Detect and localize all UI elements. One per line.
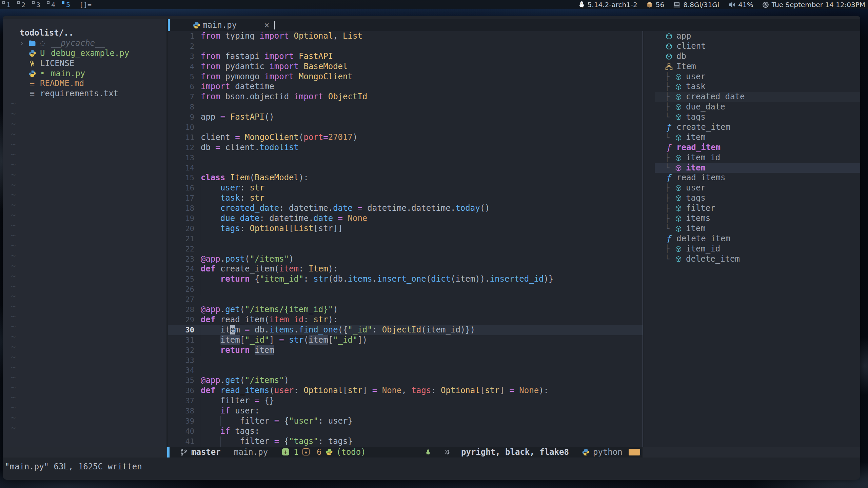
code-line-5[interactable]: 5from pymongo import MongoClient xyxy=(168,72,643,82)
statusline-editor-segment: master main.py + 1 ▪ 6 (todo) pyright, b… xyxy=(167,447,643,458)
symbol-label: task xyxy=(686,82,706,92)
code-line-22[interactable]: 22 xyxy=(168,244,643,254)
symbol-items[interactable]: ├items xyxy=(655,214,860,224)
code-line-37[interactable]: 37 filter = {} xyxy=(168,396,643,406)
workspace-state-icon xyxy=(2,1,5,4)
code-line-1[interactable]: 1from typing import Optional, List xyxy=(168,31,643,41)
symbol-item[interactable]: └item xyxy=(655,133,860,143)
symbol-due_date[interactable]: ├due_date xyxy=(655,102,860,112)
line-number: 5 xyxy=(168,72,194,82)
code-area[interactable]: 1from typing import Optional, List23from… xyxy=(168,31,643,447)
code-line-12[interactable]: 12db = client.todolist xyxy=(168,143,643,153)
code-line-29[interactable]: 29def read_item(item_id: str): xyxy=(168,315,643,325)
code-line-24[interactable]: 24def create_item(item: Item): xyxy=(168,264,643,274)
code-line-15[interactable]: 15class Item(BaseModel): xyxy=(168,173,643,183)
command-line[interactable]: "main.py" 63L, 1625C written xyxy=(3,458,860,480)
code-line-6[interactable]: 6import datetime xyxy=(168,82,643,92)
file-tree-item--pycache-[interactable]: ›◌__pycache__ xyxy=(3,38,166,48)
code-line-11[interactable]: 11client = MongoClient(port=27017) xyxy=(168,133,643,143)
code-line-8[interactable]: 8 xyxy=(168,102,643,112)
git-modified-icon: ▪ xyxy=(302,448,310,455)
file-tree-item-readme-md[interactable]: ≡README.md xyxy=(3,79,166,89)
symbol-tags[interactable]: └tags xyxy=(655,112,860,122)
symbol-label: tags xyxy=(686,193,706,203)
symbol-tags[interactable]: ├tags xyxy=(655,193,860,203)
symbol-create_item[interactable]: ƒcreate_item xyxy=(655,122,860,133)
symbol-user[interactable]: ├user xyxy=(655,183,860,193)
filetype-label: python xyxy=(593,447,623,458)
tab-close-icon[interactable]: × xyxy=(264,19,270,31)
symbol-created_date[interactable]: ├created_date xyxy=(655,92,860,102)
code-line-26[interactable]: 26 xyxy=(168,284,643,294)
workspace-button-2[interactable]: 2 xyxy=(17,0,25,9)
symbol-filter[interactable]: ├filter xyxy=(655,203,860,214)
symbol-delete_item[interactable]: └delete_item xyxy=(655,254,860,264)
symbol-label: delete_item xyxy=(686,254,740,264)
code-line-35[interactable]: 35@app.get("/items") xyxy=(168,375,643,386)
workspace-button-5[interactable]: 5 xyxy=(62,0,70,9)
file-tree-item-requirements-txt[interactable]: ≡requirements.txt xyxy=(3,89,166,99)
symbol-label: item_id xyxy=(686,244,720,254)
line-number: 38 xyxy=(168,406,194,416)
file-tree-item-main-py[interactable]: •main.py xyxy=(3,69,166,79)
function-icon: ƒ xyxy=(665,234,673,244)
code-line-3[interactable]: 3from fastapi import FastAPI xyxy=(168,52,643,62)
workspace-button-3[interactable]: 3 xyxy=(32,0,40,9)
code-line-33[interactable]: 33 xyxy=(168,355,643,366)
symbol-item_id[interactable]: ├item_id xyxy=(655,153,860,163)
code-line-27[interactable]: 27 xyxy=(168,294,643,305)
code-line-38[interactable]: 38 if user: xyxy=(168,406,643,416)
code-line-10[interactable]: 10 xyxy=(168,122,643,133)
symbol-item[interactable]: └item xyxy=(655,163,860,173)
line-number: 27 xyxy=(168,294,194,305)
code-text: from pymongo import MongoClient xyxy=(201,72,353,81)
chevron-expand-icon[interactable]: › xyxy=(20,38,24,48)
code-line-21[interactable]: 21 xyxy=(168,234,643,244)
bar-item-text: 8.8Gi/31Gi xyxy=(683,1,719,9)
code-line-23[interactable]: 23@app.post("/items") xyxy=(168,254,643,264)
symbol-task[interactable]: ├task xyxy=(655,82,860,92)
code-line-32[interactable]: 32 return item xyxy=(168,345,643,355)
symbol-item_id[interactable]: ├item_id xyxy=(655,244,860,254)
code-line-40[interactable]: 40 if tags: xyxy=(168,426,643,436)
code-line-36[interactable]: 36def read_items(user: Optional[str] = N… xyxy=(168,386,643,396)
bar-item-text: 56 xyxy=(656,1,664,9)
workspace-label: 5 xyxy=(66,1,70,9)
code-line-28[interactable]: 28@app.get("/items/{item_id}") xyxy=(168,305,643,315)
code-line-14[interactable]: 14 xyxy=(168,163,643,173)
symbol-delete_item[interactable]: ƒdelete_item xyxy=(655,234,860,244)
symbol-app[interactable]: app xyxy=(655,31,860,41)
symbol-item[interactable]: └item xyxy=(655,224,860,234)
code-line-39[interactable]: 39 filter = {"user": user} xyxy=(168,416,643,426)
git-branch-label: master xyxy=(191,447,221,458)
symbol-user[interactable]: ├user xyxy=(655,72,860,82)
line-number: 33 xyxy=(168,355,194,366)
code-line-34[interactable]: 34 xyxy=(168,365,643,375)
code-line-31[interactable]: 31 item["_id"] = str(item["_id"]) xyxy=(168,335,643,345)
code-line-7[interactable]: 7from bson.objectid import ObjectId xyxy=(168,92,643,102)
symbol-Item[interactable]: Item xyxy=(655,62,860,72)
code-line-19[interactable]: 19 due_date: datetime.date = None xyxy=(168,214,643,224)
code-line-9[interactable]: 9app = FastAPI() xyxy=(168,112,643,122)
code-text: return {"item_id": str(db.items.insert_o… xyxy=(201,274,553,284)
file-tree-item-debug-example-py[interactable]: Udebug_example.py xyxy=(3,48,166,59)
symbol-read_item[interactable]: ƒread_item xyxy=(655,143,860,153)
workspace-button-4[interactable]: 4 xyxy=(47,0,55,9)
code-text: @app.get("/items") xyxy=(201,375,289,385)
file-tree-item-license[interactable]: LICENSE xyxy=(3,59,166,69)
code-line-41[interactable]: 41 filter = {"tags": tags} xyxy=(168,436,643,447)
code-line-18[interactable]: 18 created_date: datetime.date = datetim… xyxy=(168,203,643,214)
code-line-20[interactable]: 20 tags: Optional[List[str]] xyxy=(168,224,643,234)
code-line-30[interactable]: 30 item = db.items.find_one({"_id": Obje… xyxy=(168,325,643,335)
code-line-4[interactable]: 4from pydantic import BaseModel xyxy=(168,62,643,72)
workspace-button-1[interactable]: 1 xyxy=(2,0,11,9)
code-line-25[interactable]: 25 return {"item_id": str(db.items.inser… xyxy=(168,274,643,284)
symbol-client[interactable]: client xyxy=(655,41,860,52)
symbol-read_items[interactable]: ƒread_items xyxy=(655,173,860,183)
code-line-17[interactable]: 17 task: str xyxy=(168,193,643,203)
tab-main-py[interactable]: main.py × xyxy=(188,19,283,31)
code-line-13[interactable]: 13 xyxy=(168,153,643,163)
code-line-16[interactable]: 16 user: str xyxy=(168,183,643,193)
symbol-db[interactable]: db xyxy=(655,52,860,62)
code-line-2[interactable]: 2 xyxy=(168,41,643,52)
